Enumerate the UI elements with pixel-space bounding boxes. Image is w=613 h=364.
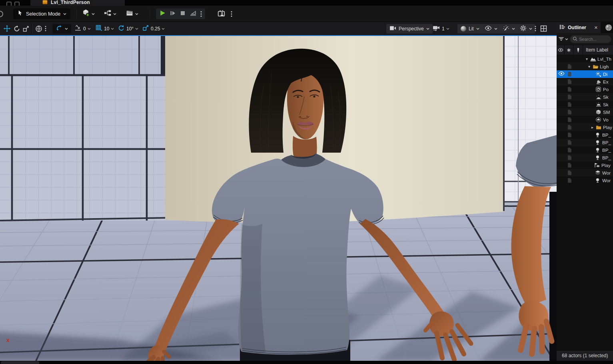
chevron-down-icon — [135, 28, 138, 30]
rotation-snap-button[interactable]: 10° — [118, 22, 138, 35]
lit-mode-dropdown[interactable]: Lit — [457, 22, 483, 35]
viewport-settings-dropdown[interactable] — [517, 22, 535, 35]
column-pin-icon[interactable] — [573, 45, 583, 55]
transform-kebab-icon[interactable] — [45, 22, 46, 35]
transform-cycle-button[interactable] — [52, 22, 71, 35]
outliner-row[interactable]: Sk — [557, 101, 613, 108]
actor-label[interactable]: Sk — [603, 95, 609, 99]
visibility-eye-icon[interactable] — [558, 162, 565, 168]
outliner-row[interactable]: BP_ — [557, 131, 613, 139]
column-item-label[interactable]: Item Label — [583, 47, 608, 53]
outliner-row[interactable]: SM — [557, 108, 613, 116]
actor-label[interactable]: Lvl_Th — [597, 57, 611, 62]
visibility-eye-icon[interactable] — [558, 101, 565, 107]
actor-type-icon — [595, 170, 601, 176]
world-space-globe-button[interactable] — [35, 22, 42, 35]
outliner-row[interactable]: Vo — [557, 116, 613, 123]
outliner-row[interactable]: Wor — [557, 177, 613, 184]
play-button[interactable] — [159, 10, 166, 18]
grid-snap-button[interactable]: 10 — [95, 22, 114, 35]
blueprints-button[interactable] — [104, 6, 116, 22]
tab-outliner[interactable]: Outliner ✕ — [557, 22, 601, 33]
quad-view-button[interactable] — [540, 22, 547, 35]
actor-label[interactable]: Wor — [602, 178, 611, 183]
platforms-preview-button[interactable] — [217, 6, 226, 22]
actor-label[interactable]: Ex — [603, 80, 609, 84]
visibility-eye-icon[interactable] — [558, 94, 565, 99]
surface-snap-button[interactable]: 0 — [74, 22, 91, 35]
viewport-kebab-icon[interactable] — [535, 22, 536, 35]
outliner-row[interactable]: Sk — [557, 93, 613, 101]
show-flags-dropdown[interactable] — [481, 22, 501, 35]
outliner-row[interactable]: Di — [557, 70, 613, 78]
actor-label[interactable]: SM — [603, 110, 610, 115]
visibility-eye-icon[interactable] — [558, 86, 565, 92]
actor-label[interactable]: Wor — [602, 171, 611, 175]
outliner-row[interactable]: BP_ — [557, 139, 613, 146]
column-star-icon[interactable] — [565, 45, 573, 55]
actor-label[interactable]: Play — [603, 125, 612, 130]
selection-mode-dropdown[interactable]: Selection Mode — [13, 8, 70, 19]
camera-speed-button[interactable]: 1 — [433, 22, 449, 35]
actor-label[interactable]: BP_ — [602, 140, 611, 145]
expander-arrow-icon[interactable]: ▸ — [590, 125, 595, 129]
visibility-eye-icon[interactable] — [558, 117, 565, 122]
filter-button[interactable] — [558, 37, 568, 42]
toolbar-kebab-icon[interactable] — [231, 6, 232, 22]
actor-label[interactable]: Di — [603, 72, 607, 77]
outliner-row[interactable]: BP_ — [557, 154, 613, 161]
visibility-eye-icon[interactable] — [558, 109, 565, 115]
actor-label[interactable]: Vo — [603, 117, 609, 122]
play-options-kebab-icon[interactable] — [200, 11, 202, 17]
visibility-eye-icon[interactable] — [558, 64, 565, 69]
content-drawer-button[interactable] — [1, 361, 39, 364]
visibility-eye-icon[interactable] — [558, 170, 565, 175]
actor-label[interactable]: Po — [603, 87, 609, 92]
move-tool-button[interactable] — [3, 22, 11, 35]
visibility-eye-icon[interactable] — [558, 147, 565, 153]
outliner-row[interactable]: Po — [557, 86, 613, 93]
level-tab[interactable]: Lvl_ThirdPerson — [30, 0, 125, 6]
expander-arrow-icon[interactable]: ▾ — [585, 57, 589, 61]
visibility-eye-icon[interactable] — [558, 79, 565, 84]
perspective-dropdown[interactable]: Perspective — [386, 22, 433, 35]
add-actor-button[interactable] — [82, 6, 95, 22]
world-settings-globe-tab[interactable] — [605, 24, 612, 33]
rotation-snap-value: 10° — [126, 26, 134, 32]
outliner-tab-strip: Outliner ✕ — [557, 22, 613, 33]
outliner-row[interactable]: ▾ Ligh — [557, 63, 613, 70]
scale-snap-button[interactable]: 0.25 — [142, 22, 165, 35]
visibility-eye-icon[interactable] — [558, 177, 565, 183]
preview-gauge-dropdown[interactable] — [499, 22, 518, 35]
search-input[interactable] — [579, 37, 603, 42]
outliner-row[interactable]: ▸ Play — [557, 123, 613, 131]
outliner-row[interactable]: ▾ Lvl_Th — [557, 55, 613, 63]
frame-skip-button[interactable] — [170, 10, 176, 18]
outliner-row[interactable]: Wor — [557, 169, 613, 177]
actor-label[interactable]: BP_ — [602, 133, 611, 137]
cinematics-button[interactable] — [126, 6, 138, 22]
column-eye-icon[interactable] — [557, 45, 565, 55]
visibility-eye-icon[interactable] — [558, 132, 565, 137]
stop-button[interactable] — [180, 10, 186, 18]
outliner-row[interactable]: BP_ — [557, 146, 613, 154]
expander-arrow-icon[interactable]: ▾ — [587, 64, 591, 69]
actor-label[interactable]: BP_ — [602, 148, 611, 153]
outliner-row[interactable]: Ex — [557, 78, 613, 86]
eject-button[interactable] — [190, 10, 197, 18]
close-icon[interactable]: ✕ — [594, 25, 598, 30]
visibility-eye-icon[interactable] — [558, 124, 565, 130]
actor-label[interactable]: Sk — [603, 102, 609, 107]
rotate-tool-button[interactable] — [13, 22, 20, 35]
outliner-row[interactable]: Play — [557, 161, 613, 169]
visibility-eye-icon[interactable] — [558, 71, 565, 77]
visibility-eye-icon[interactable] — [558, 139, 565, 145]
scale-tool-button[interactable] — [22, 22, 30, 35]
visibility-eye-icon[interactable] — [558, 155, 565, 160]
actor-label[interactable]: BP_ — [602, 155, 611, 160]
debug-x-marker: x — [6, 337, 10, 343]
viewport-canvas[interactable]: x — [0, 35, 557, 361]
actor-label[interactable]: Play — [601, 163, 611, 168]
actor-label[interactable]: Ligh — [600, 64, 609, 69]
visibility-eye-icon[interactable] — [558, 56, 565, 62]
